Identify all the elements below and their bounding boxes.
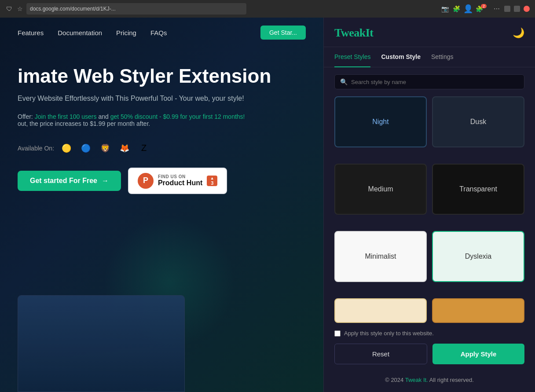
ext-badge: 2 — [481, 4, 487, 8]
nav-cta-button[interactable]: Get Star... — [260, 26, 306, 40]
search-icon: 🔍 — [340, 78, 348, 85]
panel-header: TweakIt 🌙 — [324, 18, 535, 47]
browser-chrome: 🛡 ☆ docs.google.com/document/d/1KJ-... 📷… — [0, 0, 535, 18]
menu-icon[interactable]: ⋯ — [493, 5, 501, 13]
logo-tweak: Tweak — [334, 26, 366, 39]
firefox-icon: 🦊 — [117, 141, 132, 155]
ph-product-hunt-label: Product Hunt — [158, 179, 202, 187]
hero-offer: Offer: Join the first 100 users and get … — [18, 113, 306, 127]
offer-prefix: Offer: — [18, 113, 33, 120]
nav-pricing[interactable]: Pricing — [116, 29, 136, 37]
tab-custom-style[interactable]: Custom Style — [381, 47, 420, 67]
camera-icon[interactable]: 📷 — [441, 5, 449, 13]
night-label: Night — [372, 118, 388, 126]
reset-button[interactable]: Reset — [334, 344, 427, 364]
search-input[interactable] — [351, 79, 519, 85]
offer-discount-link[interactable]: get 50% discount - $0.99 for your first … — [110, 113, 245, 120]
hero-title: imate Web Styler Extension — [18, 65, 306, 88]
get-started-label: Get started For Free — [30, 177, 97, 185]
ph-find-us-label: FIND US ON — [158, 174, 202, 179]
footer-suffix: All right reserved. — [429, 377, 474, 383]
address-bar[interactable]: docs.google.com/document/d/1KJ-... — [26, 3, 246, 15]
hero-subtitle: Every Website Effortlessly with This Pow… — [18, 95, 282, 103]
offer-suffix: out, the price increases to $1.99 per mo… — [18, 120, 150, 127]
style-card-night[interactable]: Night — [334, 96, 427, 147]
website-background: Features Documentation Pricing FAQs Get … — [0, 18, 323, 392]
screenshot-inner — [18, 296, 184, 392]
footer-link[interactable]: Tweak It. — [405, 377, 428, 383]
search-wrapper: 🔍 — [334, 74, 524, 89]
style-card-warm-orange[interactable] — [432, 298, 524, 323]
product-hunt-button[interactable]: P FIND US ON Product Hunt ▲ 3 — [128, 168, 227, 194]
panel-logo: TweakIt — [334, 26, 373, 40]
tab-preset-styles[interactable]: Preset Styles — [334, 47, 370, 67]
available-on-label: Available On: — [18, 145, 54, 152]
style-card-medium[interactable]: Medium — [334, 164, 427, 215]
brave-icon: 🦁 — [98, 141, 112, 155]
website-nav: Features Documentation Pricing FAQs Get … — [0, 18, 323, 48]
nav-faqs[interactable]: FAQs — [150, 29, 167, 37]
zen-icon: Z — [137, 141, 151, 155]
ph-count: 3 — [211, 180, 213, 186]
style-card-warm-beige[interactable] — [334, 298, 427, 323]
minimalist-label: Minimalist — [365, 253, 396, 260]
apply-only-label: Apply this style only to this website. — [344, 330, 434, 337]
avatar-icon[interactable]: 👤 — [464, 5, 472, 13]
panel-footer: © 2024 Tweak It. All right reserved. — [324, 371, 535, 392]
moon-button[interactable]: 🌙 — [513, 27, 524, 39]
ph-logo-icon: P — [138, 173, 154, 189]
address-text: docs.google.com/document/d/1KJ-... — [30, 6, 116, 12]
maximize-button[interactable] — [514, 6, 520, 12]
dusk-label: Dusk — [470, 118, 486, 126]
browser-nav: 🛡 ☆ docs.google.com/document/d/1KJ-... — [5, 3, 438, 15]
panel-search-area: 🔍 — [324, 67, 535, 96]
medium-label: Medium — [368, 185, 393, 193]
partial-cards-row — [324, 298, 535, 323]
browser-controls: 📷 🧩 👤 🧩 2 ⋯ — [441, 5, 530, 13]
footer-prefix: © 2024 — [385, 377, 403, 383]
get-started-button[interactable]: Get started For Free → — [18, 171, 121, 191]
ext-group: 🧩 2 — [476, 5, 489, 13]
close-button[interactable] — [524, 6, 530, 12]
ph-text-group: FIND US ON Product Hunt — [158, 174, 202, 187]
hero-content: imate Web Styler Extension Every Website… — [0, 48, 323, 194]
dyslexia-label: Dyslexia — [465, 253, 491, 260]
offer-mid: and — [98, 113, 108, 120]
shield-icon[interactable]: 🛡 — [5, 5, 13, 13]
logo-it: It — [366, 26, 374, 39]
cta-buttons-row: Get started For Free → P FIND US ON Prod… — [18, 168, 306, 194]
edge-icon: 🔵 — [79, 141, 93, 155]
apply-only-row: Apply this style only to this website. — [324, 323, 535, 337]
chrome-icon: 🟡 — [59, 141, 73, 155]
panel-tabs: Preset Styles Custom Style Settings — [324, 47, 535, 67]
apply-style-button[interactable]: Apply Style — [432, 344, 524, 364]
style-card-dyslexia[interactable]: Dyslexia — [432, 231, 524, 282]
arrow-icon: → — [102, 177, 109, 185]
extensions-icon[interactable]: 🧩 — [453, 5, 461, 13]
transparent-label: Transparent — [459, 185, 497, 193]
extension-panel: TweakIt 🌙 Preset Styles Custom Style Set… — [323, 18, 535, 392]
product-screenshot — [18, 295, 185, 392]
ph-count-badge: ▲ 3 — [207, 176, 217, 186]
minimize-button[interactable] — [504, 6, 510, 12]
action-buttons-row: Reset Apply Style — [324, 337, 535, 371]
tab-settings[interactable]: Settings — [431, 47, 454, 67]
star-icon[interactable]: ☆ — [16, 5, 24, 13]
style-card-minimalist[interactable]: Minimalist — [334, 231, 427, 282]
offer-join-link[interactable]: Join the first 100 users — [35, 113, 97, 120]
styles-grid: Night Dusk Medium Transparent Minimalist… — [324, 96, 535, 293]
style-card-transparent[interactable]: Transparent — [432, 164, 524, 215]
style-card-dusk[interactable]: Dusk — [432, 96, 524, 147]
nav-features[interactable]: Features — [18, 29, 44, 37]
available-on-row: Available On: 🟡 🔵 🦁 🦊 Z — [18, 141, 306, 155]
nav-documentation[interactable]: Documentation — [58, 29, 102, 37]
apply-only-checkbox[interactable] — [334, 330, 341, 337]
